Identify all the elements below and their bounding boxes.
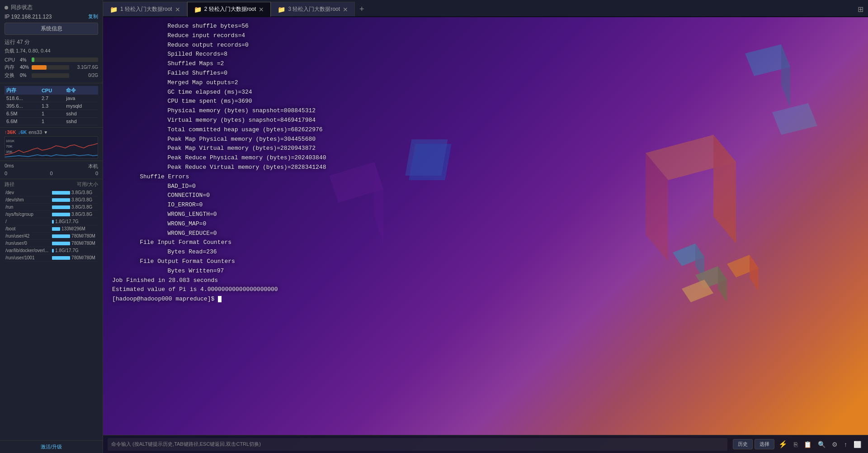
disk-avail: 780M/780M <box>51 233 98 240</box>
sidebar: 同步状态 IP 192.168.211.123 复制 系统信息 运行 47 分 … <box>0 0 103 453</box>
terminal-line: Peak Map Physical memory (bytes)=3044556… <box>112 135 859 144</box>
disk-path: /var/lib/docker/overl... <box>5 247 51 254</box>
terminal-line: Job Finished in 28.083 seconds <box>112 276 859 286</box>
select-button[interactable]: 选择 <box>755 439 774 449</box>
swap-pct-label: 0% <box>20 73 30 78</box>
ip-row: IP 192.168.211.123 复制 <box>5 13 98 20</box>
network-section: ↑36K ↓6K ens33 ▼ 101K 70K 35K <box>0 127 103 161</box>
settings-icon[interactable]: ⚙ <box>830 440 840 449</box>
disk-path-header: 路径 <box>5 181 14 188</box>
sync-status: 同步状态 <box>5 4 98 11</box>
swap-row: 交换 0% 0/2G <box>5 72 98 79</box>
terminal-line: Total committed heap usage (bytes)=68262… <box>112 125 859 135</box>
terminal-line: CONNECTION=0 <box>112 191 859 200</box>
net-iface: ens33 <box>28 129 42 135</box>
tab-grid-icon[interactable]: ⊞ <box>853 2 868 16</box>
terminal-toolbar: 命令输入 (按ALT键提示历史,TAB键路径,ESC键返回,双击CTRL切换) … <box>103 435 868 453</box>
disk-path: /sys/fs/cgroup <box>5 211 51 218</box>
copy-button[interactable]: 复制 <box>88 13 98 20</box>
disk-path: /run/user/0 <box>5 240 51 247</box>
proc-col-cpu[interactable]: CPU <box>40 86 64 95</box>
swap-bar-bg <box>32 73 69 78</box>
add-tab-button[interactable]: + <box>355 2 369 16</box>
terminal-cursor <box>218 296 222 302</box>
terminal-line: Physical memory (bytes) snapshot=8088453… <box>112 106 859 116</box>
disk-row: /run3.8G/3.8G <box>5 204 98 211</box>
sidebar-bottom: 激活/升级 <box>0 440 103 453</box>
terminal-line: Peak Map Virtual memory (bytes)=28209438… <box>112 144 859 153</box>
disk-path: /run/user/42 <box>5 233 51 240</box>
tab-close-button[interactable]: ✕ <box>175 6 180 13</box>
main-area: 📁1 轻松入门大数据root✕📁2 轻松入门大数据root✕📁3 轻松入门大数据… <box>103 0 868 453</box>
tab-tab3[interactable]: 📁3 轻松入门大数据root✕ <box>271 2 355 16</box>
proc-mem: 6.6M <box>5 118 40 125</box>
latency-val-1: 0 <box>5 171 7 176</box>
terminal-content[interactable]: Reduce shuffle bytes=56 Reduce input rec… <box>103 17 868 435</box>
terminal-line: Bytes Read=236 <box>112 248 859 257</box>
tab-tab2[interactable]: 📁2 轻松入门大数据root✕ <box>187 2 271 17</box>
proc-col-mem[interactable]: 内存 <box>5 86 40 95</box>
disk-path: /dev/shm <box>5 196 51 204</box>
process-section: 内存 CPU 命令 518.6...2.7java395.6...1.3mysq… <box>0 83 103 127</box>
upgrade-link[interactable]: 激活/升级 <box>41 444 62 449</box>
tab-close-button[interactable]: ✕ <box>259 6 264 13</box>
disk-table: /dev3.8G/3.8G/dev/shm3.8G/3.8G/run3.8G/3… <box>5 189 98 262</box>
disk-header: 路径 可用/大小 <box>5 181 98 188</box>
sync-status-label: 同步状态 <box>11 4 33 11</box>
disk-row: /sys/fs/cgroup3.8G/3.8G <box>5 211 98 218</box>
disk-row: /1.8G/17.7G <box>5 218 98 225</box>
process-row: 395.6...1.3mysqld <box>5 102 98 110</box>
disk-path: /run/user/1001 <box>5 254 51 262</box>
terminal-line: WRONG_REDUCE=0 <box>112 229 859 238</box>
disk-avail: 780M/780M <box>51 240 98 247</box>
power-icon[interactable]: ⚡ <box>776 439 790 449</box>
sys-info-button[interactable]: 系统信息 <box>5 23 98 35</box>
tab-close-button[interactable]: ✕ <box>343 6 348 13</box>
terminal-line: Virtual memory (bytes) snapshot=84694179… <box>112 116 859 125</box>
proc-mem: 395.6... <box>5 102 40 110</box>
sync-dot <box>5 6 8 10</box>
proc-cmd: mysqld <box>64 102 98 110</box>
terminal-line: Failed Shuffles=0 <box>112 69 859 78</box>
tab-folder-icon: 📁 <box>110 6 118 13</box>
latency-ms: 0ms <box>5 163 14 170</box>
paste-icon[interactable]: 📋 <box>802 440 814 449</box>
tab-label: 2 轻松入门大数据root <box>204 5 256 13</box>
load-avg: 负载 1.74, 0.80, 0.44 <box>5 48 98 54</box>
tab-label: 3 轻松入门大数据root <box>288 5 340 13</box>
disk-row: /var/lib/docker/overl...1.8G/17.7G <box>5 247 98 254</box>
fullscreen-icon[interactable]: ⬜ <box>851 440 863 449</box>
terminal-line: Shuffled Maps =2 <box>112 59 859 69</box>
disk-row: /run/user/42780M/780M <box>5 233 98 240</box>
terminal-line: [hadoop@hadoop000 mapreduce]$ <box>112 295 859 304</box>
tab-tab1[interactable]: 📁1 轻松入门大数据root✕ <box>103 2 187 16</box>
net-upload: ↑36K <box>5 129 16 135</box>
disk-row: /dev/shm3.8G/3.8G <box>5 196 98 204</box>
tab-folder-icon: 📁 <box>278 6 285 13</box>
proc-mem: 518.6... <box>5 95 40 102</box>
run-time: 运行 47 分 <box>5 38 98 46</box>
svg-text:35K: 35K <box>6 150 13 154</box>
svg-text:70K: 70K <box>6 144 13 148</box>
terminal-area: Reduce shuffle bytes=56 Reduce input rec… <box>103 17 868 453</box>
history-button[interactable]: 历史 <box>733 439 753 449</box>
ip-address: IP 192.168.211.123 <box>5 14 52 20</box>
terminal-line: File Output Format Counters <box>112 257 859 267</box>
latency-section: 0ms 本机 0 0 0 <box>0 161 103 179</box>
net-chart: 101K 70K 35K <box>5 136 98 159</box>
terminal-line: Merged Map outputs=2 <box>112 78 859 88</box>
search-icon[interactable]: 🔍 <box>816 440 828 449</box>
tab-bar: 📁1 轻松入门大数据root✕📁2 轻松入门大数据root✕📁3 轻松入门大数据… <box>103 0 868 17</box>
terminal-line: Shuffle Errors <box>112 172 859 182</box>
terminal-line: Estimated value of Pi is 4.0000000000000… <box>112 285 859 295</box>
proc-cmd: sshd <box>64 118 98 125</box>
upload-icon[interactable]: ↑ <box>842 440 849 449</box>
cmd-input-area[interactable]: 命令输入 (按ALT键提示历史,TAB键路径,ESC键返回,双击CTRL切换) <box>108 438 727 451</box>
net-header: ↑36K ↓6K ens33 ▼ <box>5 129 98 135</box>
terminal-line: WRONG_MAP=0 <box>112 219 859 229</box>
proc-cpu: 1.3 <box>40 102 64 110</box>
mem-label: 内存 <box>5 64 18 71</box>
proc-col-cmd[interactable]: 命令 <box>64 86 98 95</box>
copy-icon[interactable]: ⎘ <box>792 440 800 449</box>
mem-bar-bg <box>32 65 69 70</box>
